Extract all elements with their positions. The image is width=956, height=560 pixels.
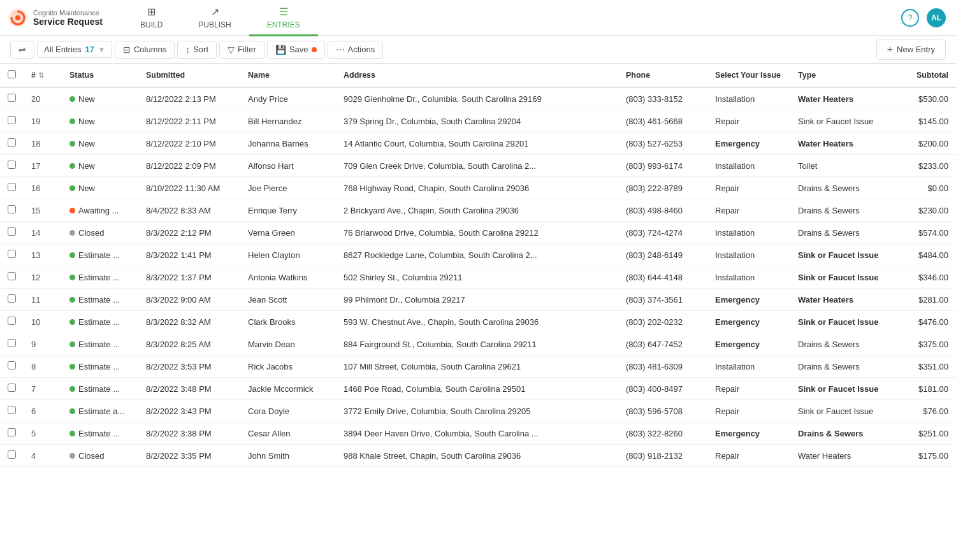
table-row[interactable]: 7Estimate ...8/2/2022 3:48 PMJackie Mcco…	[0, 378, 956, 400]
row-num: 5	[24, 422, 62, 445]
header-phone: Phone	[618, 64, 707, 87]
table-row[interactable]: 9Estimate ...8/3/2022 8:25 AMMarvin Dean…	[0, 333, 956, 355]
row-phone: (803) 481-6309	[618, 355, 707, 378]
row-check	[0, 87, 24, 110]
row-submitted: 8/4/2022 8:33 AM	[138, 199, 240, 222]
status-text: New	[78, 161, 95, 171]
new-entry-button[interactable]: + New Entry	[876, 39, 946, 60]
row-submitted: 8/2/2022 3:38 PM	[138, 422, 240, 445]
filter-icon: ▽	[228, 45, 235, 55]
table-row[interactable]: 11Estimate ...8/3/2022 9:00 AMJean Scott…	[0, 289, 956, 311]
row-checkbox[interactable]	[8, 183, 16, 191]
table-row[interactable]: 6Estimate a...8/2/2022 3:43 PMCora Doyle…	[0, 400, 956, 422]
save-button[interactable]: 💾 Save	[267, 41, 325, 59]
row-checkbox[interactable]	[8, 227, 16, 236]
row-phone: (803) 596-5708	[618, 400, 707, 422]
tab-entries[interactable]: ☰ ENTRIES	[249, 1, 318, 36]
row-phone: (803) 202-0232	[618, 311, 707, 333]
table-row[interactable]: 20New8/12/2022 2:13 PMAndy Price9029 Gle…	[0, 87, 956, 110]
table-row[interactable]: 17New8/12/2022 2:09 PMAlfonso Hart709 Gl…	[0, 155, 956, 177]
row-check	[0, 199, 24, 222]
row-subtotal: $145.00	[892, 110, 956, 133]
select-all-checkbox[interactable]	[8, 70, 16, 78]
row-subtotal: $200.00	[892, 133, 956, 155]
header-name: Name	[240, 64, 336, 87]
filter-button[interactable]: ▽ Filter	[219, 41, 264, 59]
status-text: Estimate ...	[78, 362, 120, 371]
row-check	[0, 177, 24, 199]
row-checkbox[interactable]	[8, 428, 16, 436]
new-entry-label: New Entry	[897, 45, 935, 54]
row-num: 7	[24, 378, 62, 400]
status-text: Estimate ...	[78, 340, 120, 349]
row-address: 99 Philmont Dr., Columbia 29217	[336, 289, 618, 311]
row-status: Closed	[62, 445, 138, 467]
tab-build[interactable]: ⊞ BUILD	[122, 1, 180, 36]
table-row[interactable]: 13Estimate ...8/3/2022 1:41 PMHelen Clay…	[0, 244, 956, 266]
avatar-button[interactable]: AL	[927, 8, 946, 27]
row-checkbox[interactable]	[8, 384, 16, 392]
row-checkbox[interactable]	[8, 138, 16, 147]
row-checkbox[interactable]	[8, 116, 16, 124]
table-row[interactable]: 10Estimate ...8/3/2022 8:32 AMClark Broo…	[0, 311, 956, 333]
status-dot	[69, 163, 75, 169]
table-row[interactable]: 5Estimate ...8/2/2022 3:38 PMCesar Allen…	[0, 422, 956, 445]
row-submitted: 8/3/2022 1:37 PM	[138, 266, 240, 289]
table-row[interactable]: 4Closed8/2/2022 3:35 PMJohn Smith988 Kha…	[0, 445, 956, 467]
header-check	[0, 64, 24, 87]
sort-button[interactable]: ↕ Sort	[177, 41, 217, 59]
row-subtotal: $346.00	[892, 266, 956, 289]
row-issue: Installation	[707, 266, 790, 289]
table-row[interactable]: 15Awaiting ...8/4/2022 8:33 AMEnrique Te…	[0, 199, 956, 222]
row-check	[0, 222, 24, 244]
help-button[interactable]: ?	[901, 9, 919, 27]
row-checkbox[interactable]	[8, 317, 16, 325]
save-label: Save	[289, 45, 308, 54]
status-text: Closed	[78, 228, 104, 238]
row-checkbox[interactable]	[8, 250, 16, 258]
table-row[interactable]: 12Estimate ...8/3/2022 1:37 PMAntonia Wa…	[0, 266, 956, 289]
table-row[interactable]: 19New8/12/2022 2:11 PMBill Hernandez379 …	[0, 110, 956, 133]
row-submitted: 8/3/2022 1:41 PM	[138, 244, 240, 266]
status-dot	[69, 185, 75, 191]
row-checkbox[interactable]	[8, 161, 16, 169]
tab-publish[interactable]: ↗ PUBLISH	[180, 1, 249, 36]
table-row[interactable]: 8Estimate ...8/2/2022 3:53 PMRick Jacobs…	[0, 355, 956, 378]
row-check	[0, 400, 24, 422]
status-dot	[69, 386, 75, 392]
row-num: 10	[24, 311, 62, 333]
top-nav: Cognito Maintenance Service Request ⊞ BU…	[0, 0, 956, 36]
row-subtotal: $484.00	[892, 244, 956, 266]
row-checkbox[interactable]	[8, 272, 16, 280]
row-checkbox[interactable]	[8, 294, 16, 303]
plus-icon: +	[887, 44, 893, 55]
columns-label: Columns	[134, 45, 166, 54]
row-subtotal: $230.00	[892, 199, 956, 222]
row-checkbox[interactable]	[8, 339, 16, 347]
row-checkbox[interactable]	[8, 406, 16, 414]
row-status: Estimate a...	[62, 400, 138, 422]
status-text: Closed	[78, 451, 104, 461]
row-submitted: 8/2/2022 3:53 PM	[138, 355, 240, 378]
help-icon: ?	[908, 13, 912, 22]
header-status: Status	[62, 64, 138, 87]
row-status: Closed	[62, 222, 138, 244]
status-text: Estimate ...	[78, 295, 120, 305]
row-phone: (803) 374-3561	[618, 289, 707, 311]
row-type: Sink or Faucet Issue	[790, 311, 892, 333]
row-status: Awaiting ...	[62, 199, 138, 222]
row-checkbox[interactable]	[8, 205, 16, 213]
row-subtotal: $530.00	[892, 87, 956, 110]
sliders-button[interactable]: ⇌	[10, 41, 34, 59]
columns-button[interactable]: ⊟ Columns	[115, 41, 175, 59]
row-check	[0, 333, 24, 355]
row-checkbox[interactable]	[8, 94, 16, 102]
row-checkbox[interactable]	[8, 361, 16, 370]
row-subtotal: $375.00	[892, 333, 956, 355]
table-row[interactable]: 16New8/10/2022 11:30 AMJoe Pierce768 Hig…	[0, 177, 956, 199]
row-checkbox[interactable]	[8, 450, 16, 459]
all-entries-dropdown[interactable]: All Entries 17 ▼	[37, 41, 112, 58]
table-row[interactable]: 18New8/12/2022 2:10 PMJohanna Barnes14 A…	[0, 133, 956, 155]
table-row[interactable]: 14Closed8/3/2022 2:12 PMVerna Green76 Br…	[0, 222, 956, 244]
actions-button[interactable]: ⋯ Actions	[328, 41, 384, 59]
